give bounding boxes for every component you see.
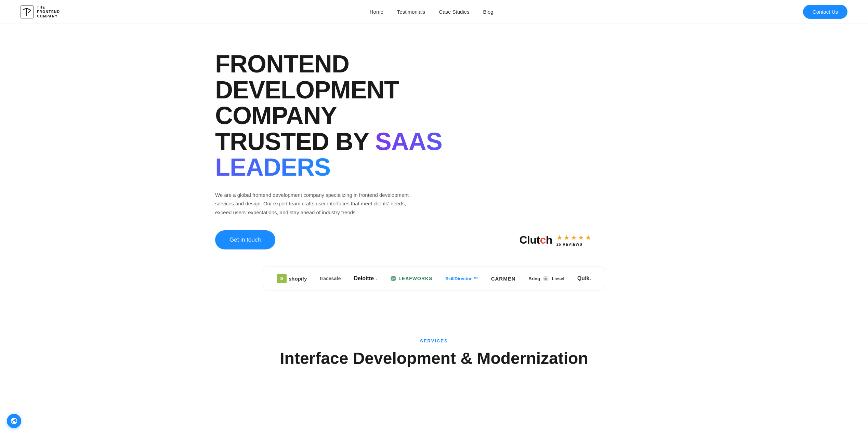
- contact-us-button[interactable]: Contact Us: [803, 5, 847, 19]
- nav-home[interactable]: Home: [370, 9, 383, 15]
- logo-leafworks: LEAFWORKS: [390, 275, 432, 282]
- services-section: SERVICES Interface Development & Moderni…: [0, 311, 868, 381]
- bringliesel-icon: 🎭: [542, 275, 550, 282]
- clutch-stars: ★ ★ ★ ★ ★ 25 REVIEWS: [556, 233, 591, 246]
- logo-text: THE FRONTEND COMPANY: [37, 5, 60, 18]
- logo-tracesafe: tracesafe: [320, 276, 341, 281]
- hero-actions: Get in touch Clutch ★ ★ ★ ★ ★ 25 REVIEWS: [215, 230, 591, 249]
- shopify-icon: S: [277, 274, 287, 283]
- star-2: ★: [564, 233, 570, 242]
- logo-quik: Quik.: [577, 275, 591, 282]
- logo-bringliesel: Bring 🎭 Liesel: [528, 275, 564, 282]
- star-5: ★: [585, 233, 591, 242]
- nav-testimonials[interactable]: Testimonials: [397, 9, 425, 15]
- services-label: SERVICES: [21, 338, 847, 343]
- services-title: Interface Development & Modernization: [21, 349, 847, 368]
- logo[interactable]: THE FRONTEND COMPANY: [21, 5, 60, 18]
- stars-row: ★ ★ ★ ★ ★: [556, 233, 591, 242]
- logo-shopify: S shopify: [277, 274, 307, 283]
- logo-skilldirector: SkillDirector™: [445, 276, 478, 281]
- leafworks-icon: [390, 275, 396, 282]
- clutch-widget: Clutch ★ ★ ★ ★ ★ 25 REVIEWS: [519, 233, 591, 246]
- hero-description: We are a global frontend development com…: [215, 191, 413, 217]
- navbar: THE FRONTEND COMPANY Home Testimonials C…: [0, 0, 868, 24]
- hero-title: FRONTEND DEVELOPMENT COMPANY TRUSTED BY …: [215, 51, 523, 180]
- svg-point-1: [391, 276, 396, 281]
- nav-links: Home Testimonials Case Studies Blog: [370, 9, 494, 15]
- logo-carmen: CARMEN: [491, 276, 516, 282]
- clutch-reviews: 25 REVIEWS: [556, 242, 582, 246]
- nav-blog[interactable]: Blog: [483, 9, 494, 15]
- star-1: ★: [556, 233, 563, 242]
- star-4: ★: [578, 233, 584, 242]
- svg-text:🎭: 🎭: [544, 277, 548, 281]
- logos-strip: S shopify tracesafe Deloitte. LEAFWORKS …: [263, 267, 605, 290]
- get-in-touch-button[interactable]: Get in touch: [215, 230, 275, 249]
- logo-deloitte: Deloitte.: [354, 275, 377, 282]
- clutch-logo: Clutch: [519, 234, 552, 246]
- nav-case-studies[interactable]: Case Studies: [439, 9, 469, 15]
- logo-icon: [21, 5, 34, 18]
- star-3: ★: [571, 233, 577, 242]
- hero-section: FRONTEND DEVELOPMENT COMPANY TRUSTED BY …: [195, 24, 673, 311]
